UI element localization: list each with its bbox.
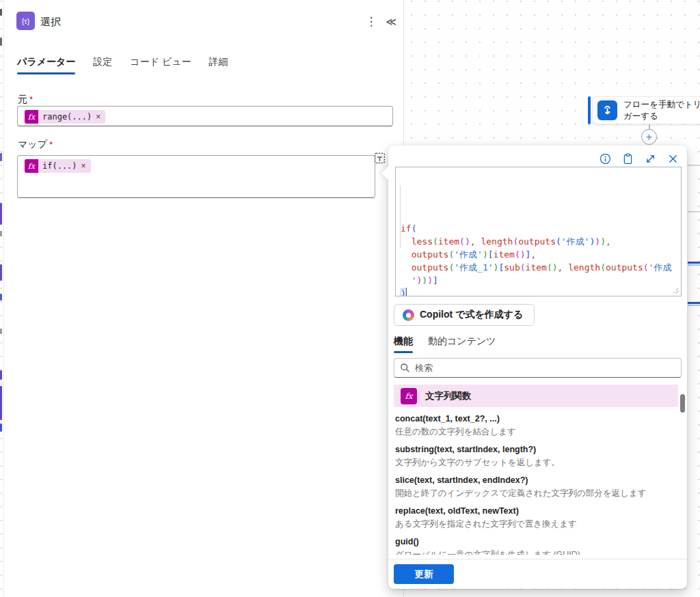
tab-parameters[interactable]: パラメーター [17,56,75,74]
map-mode-toggle-button[interactable] [374,151,388,165]
fx-badge-icon: fx [25,159,38,173]
paste-button[interactable] [621,152,635,165]
required-asterisk: * [29,94,33,105]
remove-expression-button[interactable]: × [80,159,91,173]
source-input[interactable]: fx range(...) × [17,106,393,126]
page-edge-fragment [0,264,2,281]
search-input[interactable] [415,363,675,373]
page-edge-fragment [0,294,2,301]
footer-divider [388,559,687,559]
update-button[interactable]: 更新 [394,564,454,584]
function-item-slice[interactable]: slice(text, startIndex, endIndex?) 開始と終了… [395,475,677,499]
collapse-icon: ≪ [386,16,396,27]
copilot-icon [403,309,414,321]
panel-header: {τ} 選択 ⋮ ≪ [4,0,403,42]
card-edge-fragment [688,262,700,264]
function-item-replace[interactable]: replace(text, oldText, newText) ある文字列を指定… [395,505,677,530]
page-edge-fragment [0,424,2,432]
trigger-accent-bar [588,96,591,124]
map-field-label: マップ* [18,139,53,151]
card-edge-fragment [688,264,700,266]
fx-badge-icon: fx [25,110,38,124]
more-options-button[interactable]: ⋮ [364,14,379,29]
manual-trigger-icon [597,100,617,120]
source-field-label: 元* [18,94,33,106]
close-icon [667,153,679,165]
trigger-card-manual[interactable]: フローを手動でトリガーする [588,96,700,124]
function-search [394,358,682,378]
table-icon [374,152,388,164]
expression-editor-popup: if( less(item(), length(outputs('作成'))),… [388,145,687,589]
card-edge-fragment [688,211,700,212]
search-icon [400,363,410,373]
expression-tab-bar: 機能 動的コンテンツ [394,335,496,353]
scroll-thumb[interactable] [680,394,685,413]
remove-expression-button[interactable]: × [94,110,105,124]
fx-badge-icon: fx [401,388,417,404]
page-edge-fragment [0,9,2,16]
indent-guide [400,185,401,249]
page-edge-fragment [0,231,2,236]
required-asterisk: * [49,139,53,150]
kebab-icon: ⋮ [366,15,377,28]
function-item-guid[interactable]: guid() グローバルに一意の文字列を生成します (GUID) [395,536,677,555]
card-edge-fragment [688,305,700,306]
page-edge-fragment [0,38,2,46]
trigger-card-label: フローを手動でトリガーする [623,99,700,122]
expand-icon [645,153,656,165]
tab-settings[interactable]: 設定 [93,56,112,74]
resize-handle[interactable] [673,288,679,294]
expression-chip-if[interactable]: fx if(...) × [25,159,91,173]
expression-toolbar [599,152,680,165]
collapse-panel-button[interactable]: ≪ [383,14,399,29]
create-with-copilot-button[interactable]: Copilot で式を作成する [394,304,535,326]
category-string-functions[interactable]: fx 文字列関数 [394,385,678,407]
tab-dynamic-content[interactable]: 動的コンテンツ [428,335,496,353]
page-edge-fragment [0,153,2,161]
function-item-concat[interactable]: concat(text_1, text_2?, ...) 任意の数の文字列を結合… [395,413,677,438]
function-list: fx 文字列関数 concat(text_1, text_2?, ...) 任意… [394,385,678,555]
expression-chip-range[interactable]: fx range(...) × [25,110,105,124]
panel-title: 選択 [40,16,61,29]
page-edge-fragment [0,329,2,334]
tab-code-view[interactable]: コード ビュー [130,56,191,74]
plus-icon: + [646,131,652,143]
info-button[interactable] [599,152,612,165]
tab-functions[interactable]: 機能 [394,335,413,353]
info-icon [600,153,611,165]
action-panel: {τ} 選択 ⋮ ≪ パラメーター 設定 コード ビュー 詳細 元* fx ra… [3,0,404,597]
expression-code-editor[interactable]: if( less(item(), length(outputs('作成'))),… [395,167,682,296]
panel-tab-bar: パラメーター 設定 コード ビュー 詳細 [17,56,228,74]
map-input[interactable]: fx if(...) × [17,155,375,198]
close-expression-button[interactable] [667,152,680,165]
page-edge-fragment [0,203,2,225]
card-edge-fragment [688,165,700,166]
card-edge-fragment [688,302,700,304]
function-item-substring[interactable]: substring(text, startIndex, length?) 文字列… [395,444,677,469]
page-edge-fragment [0,370,2,380]
clipboard-icon [622,153,634,165]
tab-about[interactable]: 詳細 [209,56,228,74]
add-action-button[interactable]: + [641,129,657,145]
power-automate-designer: フローを手動でトリガーする + {τ} 選択 ⋮ ≪ パラメーター 設定 コード… [0,0,700,597]
scroll-up-button[interactable] [679,385,686,391]
function-list-scrollbar[interactable] [679,385,686,597]
page-edge-fragment [0,386,2,420]
expand-button[interactable] [644,152,658,165]
select-action-icon: {τ} [16,12,35,30]
